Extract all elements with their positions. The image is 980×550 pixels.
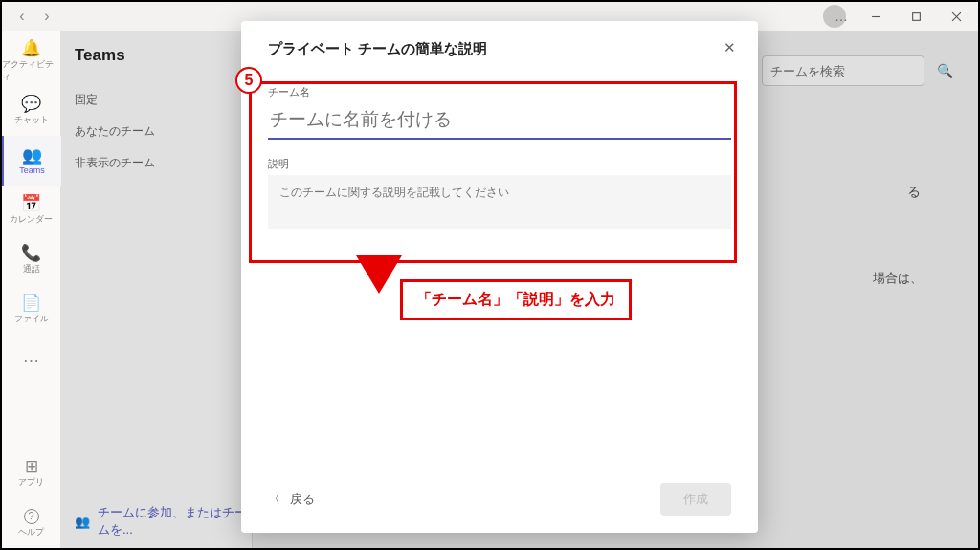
team-name-input[interactable] (268, 103, 731, 140)
rail-more[interactable]: ⋯ (2, 335, 61, 385)
rail-item-label: Teams (19, 165, 45, 175)
window-minimize-button[interactable] (859, 2, 892, 31)
window-maximize-button[interactable] (900, 2, 932, 31)
rail-apps[interactable]: ⊞ アプリ (2, 449, 61, 498)
rail-item-label: ファイル (14, 313, 49, 325)
rail-files[interactable]: 📄 ファイル (2, 285, 61, 335)
rail-item-label: カレンダー (10, 213, 53, 226)
create-team-modal: プライベート チームの簡単な説明 ✕ チーム名 説明 〈 戻る 作成 (241, 21, 758, 533)
annotation-callout: 「チーム名」「説明」を入力 (400, 279, 632, 320)
rail-item-label: ヘルプ (18, 526, 44, 539)
phone-icon: 📞 (21, 245, 41, 261)
modal-close-button[interactable]: ✕ (718, 36, 741, 59)
chat-icon: 💬 (21, 96, 41, 112)
rail-item-label: アクティビティ (2, 58, 61, 83)
rail-calls[interactable]: 📞 通話 (2, 235, 61, 285)
more-icon[interactable]: … (835, 9, 850, 24)
annotation-step-badge: 5 (235, 67, 262, 94)
chevron-left-icon: 〈 (268, 491, 280, 508)
create-button[interactable]: 作成 (660, 483, 731, 516)
nav-back-button[interactable]: ‹ (11, 6, 33, 27)
rail-chat[interactable]: 💬 チャット (2, 86, 61, 136)
modal-title: プライベート チームの簡単な説明 (268, 40, 731, 58)
app-rail: 🔔 アクティビティ 💬 チャット 👥 Teams 📅 カレンダー 📞 通話 📄 … (2, 31, 61, 548)
rail-activity[interactable]: 🔔 アクティビティ (2, 36, 61, 86)
calendar-icon: 📅 (21, 195, 41, 211)
svg-rect-1 (912, 12, 920, 20)
window-close-button[interactable] (940, 2, 972, 31)
rail-calendar[interactable]: 📅 カレンダー (2, 186, 61, 235)
back-button-label: 戻る (290, 491, 315, 508)
back-button[interactable]: 〈 戻る (268, 491, 315, 508)
apps-icon: ⊞ (25, 458, 38, 474)
help-icon: ? (24, 509, 39, 524)
rail-help[interactable]: ? ヘルプ (2, 498, 61, 548)
team-desc-input[interactable] (279, 185, 720, 211)
file-icon: 📄 (21, 295, 41, 311)
close-icon: ✕ (724, 39, 736, 56)
nav-forward-button[interactable]: › (36, 6, 57, 27)
rail-teams[interactable]: 👥 Teams (2, 136, 61, 186)
bell-icon: 🔔 (21, 40, 41, 56)
rail-item-label: チャット (14, 114, 49, 126)
people-icon: 👥 (22, 147, 42, 164)
team-desc-label: 説明 (268, 157, 731, 171)
rail-item-label: 通話 (23, 263, 40, 275)
rail-item-label: アプリ (18, 476, 44, 489)
ellipsis-icon: ⋯ (23, 352, 39, 368)
team-name-label: チーム名 (268, 85, 731, 99)
